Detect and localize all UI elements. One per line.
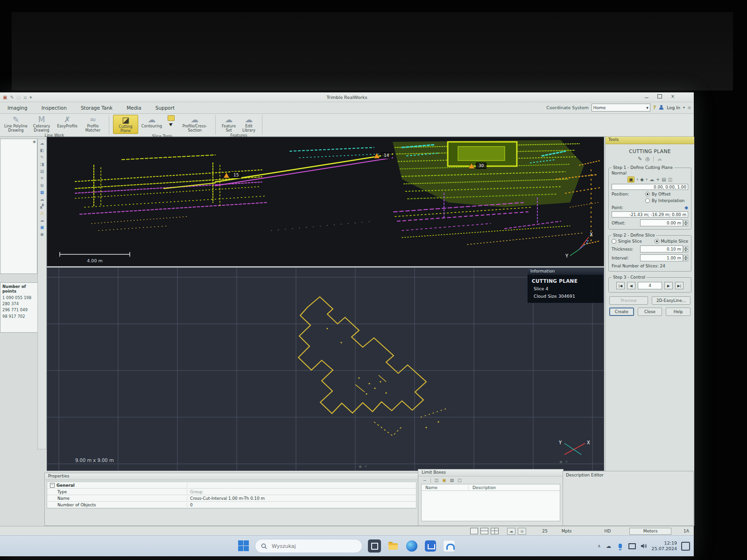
coordinate-system-select[interactable]: Home ▾: [592, 104, 650, 112]
interval-input[interactable]: 1.00 m: [640, 254, 683, 261]
search-input[interactable]: [271, 543, 347, 550]
interval-spinner[interactable]: ▲▼: [684, 255, 688, 261]
normal-axis-icon[interactable]: ▣: [627, 176, 634, 182]
folder-icon[interactable]: ▣: [442, 478, 446, 483]
sync-icon[interactable]: ◎: [688, 105, 691, 110]
radio-multiple-slice[interactable]: Multiple Slice: [655, 239, 688, 244]
toolbar-icon[interactable]: ▤: [40, 169, 44, 174]
microphone-tray-icon[interactable]: [617, 542, 624, 550]
pin-icon[interactable]: ◉: [359, 464, 362, 469]
property-row-general[interactable]: − General: [47, 482, 416, 489]
reset-icon[interactable]: ☁: [657, 156, 662, 162]
close-button[interactable]: ×: [669, 93, 676, 99]
pinned-app-icon[interactable]: [443, 539, 456, 553]
normal-plus-icon[interactable]: +: [656, 177, 660, 182]
last-slice-button[interactable]: ▶|: [675, 282, 684, 289]
name-column-header[interactable]: Name: [422, 485, 469, 490]
tool-contouring[interactable]: ☁ Contouring: [140, 115, 164, 129]
disable-plane-icon[interactable]: ◎: [645, 156, 650, 162]
taskbar-search[interactable]: [255, 539, 362, 553]
property-row-type[interactable]: Type Group: [47, 489, 416, 495]
normal-box-icon[interactable]: ◫: [668, 177, 672, 182]
first-slice-button[interactable]: |◀: [616, 282, 625, 289]
preview-button[interactable]: Preview: [609, 296, 648, 305]
tab-imaging[interactable]: Imaging: [7, 105, 28, 111]
toolbar-icon[interactable]: ◉: [40, 232, 44, 237]
dropdown-icon[interactable]: ▾: [636, 177, 638, 182]
property-row-name[interactable]: Name Cross-Cut-Interval 1.00 m-Th 0.10 m: [47, 495, 416, 502]
tool-line-polyline-drawing[interactable]: ✎ Line Polyline Drawing: [4, 115, 28, 133]
radio-by-interpolation[interactable]: By Interpolation: [645, 198, 688, 203]
quick-access-icon[interactable]: ✎: [10, 95, 14, 100]
thickness-input[interactable]: 0.10 m: [640, 245, 683, 252]
pin-icon[interactable]: ◉: [33, 140, 36, 144]
close-panel-button[interactable]: Close: [638, 308, 662, 316]
quality-indicator[interactable]: HD: [604, 529, 611, 533]
file-explorer-icon[interactable]: [387, 539, 400, 553]
project-tree-panel[interactable]: ◉: [0, 139, 37, 274]
toolbar-icon[interactable]: ☁: [40, 197, 44, 202]
description-column-header[interactable]: Description: [469, 485, 496, 490]
viewport-3d[interactable]: 15 14 30 4.00 m: [47, 137, 604, 266]
help-button[interactable]: Help: [666, 308, 691, 316]
property-row-number-of-objects[interactable]: Number of Objects 0: [47, 502, 416, 508]
minimize-button[interactable]: [643, 93, 650, 99]
toolbar-icon[interactable]: ◍: [40, 183, 44, 188]
radio-single-slice[interactable]: Single Slice: [612, 239, 642, 244]
normal-cloud-icon[interactable]: ☁: [649, 177, 654, 182]
tool-profile-matcher[interactable]: ≈ Profile Matcher: [81, 115, 105, 133]
tool-catenary-drawing[interactable]: M Catenary Drawing: [29, 115, 54, 133]
toolbar-icon[interactable]: ▣: [40, 225, 44, 230]
tab-media[interactable]: Media: [127, 105, 141, 111]
annotation-marker-15[interactable]: 15: [224, 172, 241, 178]
toolbar-icon[interactable]: ☁: [40, 141, 44, 146]
offset-spinner[interactable]: ▲▼: [684, 220, 688, 226]
edit-plane-icon[interactable]: ✎: [638, 156, 642, 162]
tool-easyprofile[interactable]: ✗ EasyProfile: [55, 115, 79, 129]
previous-slice-button[interactable]: ◀: [627, 282, 635, 289]
volume-tray-icon[interactable]: [640, 542, 648, 550]
quick-access-icon[interactable]: ▣: [3, 95, 7, 100]
store-app-icon[interactable]: [424, 539, 437, 553]
normal-input[interactable]: 0.00, 0.00, 1.00: [612, 184, 688, 190]
single-view-icon[interactable]: [470, 528, 478, 534]
toolbar-icon[interactable]: ▦: [40, 190, 44, 195]
thickness-spinner[interactable]: ▲▼: [684, 246, 688, 252]
notification-center-icon[interactable]: [681, 542, 690, 551]
dropdown-icon[interactable]: ▾: [646, 177, 648, 182]
grab-icon[interactable]: ▤: [450, 478, 454, 483]
lock-icon[interactable]: ◫: [435, 478, 439, 483]
tab-storage-tank[interactable]: Storage Tank: [81, 105, 113, 111]
normal-pick-icon[interactable]: ◆: [640, 177, 644, 182]
display-tray-icon[interactable]: [628, 542, 636, 550]
create-button[interactable]: Create: [609, 308, 634, 316]
annotation-marker-30[interactable]: 30: [469, 162, 486, 169]
box-icon[interactable]: □: [458, 478, 462, 483]
toolbar-icon[interactable]: ✎: [40, 155, 44, 160]
limit-boxes-table[interactable]: Name Description: [421, 484, 560, 521]
collapse-icon[interactable]: −: [50, 483, 55, 488]
split-view-icon[interactable]: [480, 528, 488, 534]
login-button[interactable]: Log In: [667, 105, 680, 110]
remove-limit-box-icon[interactable]: −: [423, 478, 427, 483]
quick-access-icon[interactable]: ▫: [24, 95, 27, 100]
task-view-icon[interactable]: [368, 539, 381, 553]
maximize-button[interactable]: [656, 93, 663, 99]
tool-profile-cross-section[interactable]: ☁ Profile/Cross-Section: [178, 115, 211, 133]
toolbar-icon[interactable]: ☁: [40, 218, 44, 223]
normal-hand-icon[interactable]: ▤: [662, 177, 666, 182]
viewport-2d[interactable]: Information CUTTING PLANE Slice 4 Cloud …: [47, 267, 604, 471]
toolbar-icon[interactable]: ◨: [40, 162, 44, 167]
offset-input[interactable]: 0.00 m: [640, 219, 683, 226]
tool-feature-set[interactable]: ☁ Feature Set: [219, 115, 238, 133]
annotation-marker-14[interactable]: 14: [374, 152, 392, 159]
tab-support[interactable]: Support: [155, 105, 175, 111]
close-icon[interactable]: ×: [364, 464, 367, 469]
cloud-sync-tray-icon[interactable]: ☁: [605, 542, 613, 550]
easyline-button[interactable]: 2D-EasyLine...: [652, 296, 691, 305]
tool-cutting-plane[interactable]: ◪ Cutting Plane: [113, 115, 138, 134]
paste-tool[interactable]: ▶: [165, 115, 176, 126]
next-slice-button[interactable]: ▶: [664, 282, 673, 289]
toolbar-icon[interactable]: ◧: [40, 148, 44, 153]
start-button[interactable]: [238, 540, 249, 552]
